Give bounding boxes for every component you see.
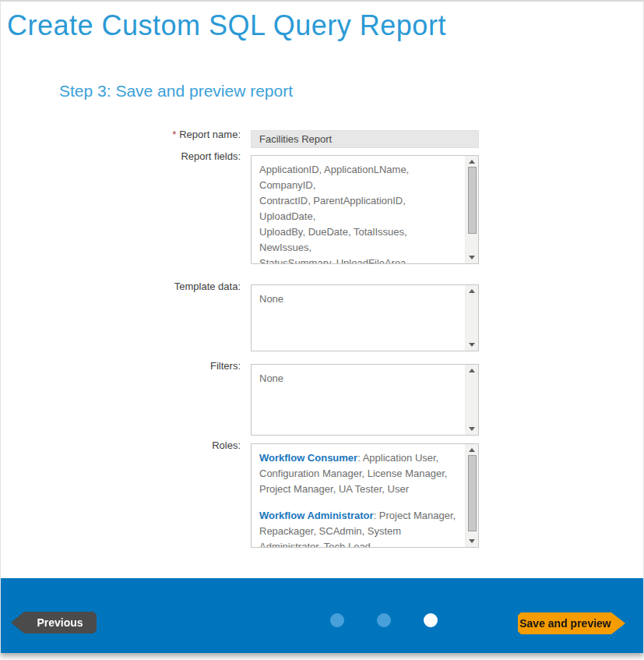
scroll-down-icon[interactable] — [469, 256, 475, 259]
scroll-down-icon[interactable] — [469, 539, 475, 543]
scrollbar-thumb[interactable] — [468, 455, 477, 531]
filters-scrollbar[interactable] — [465, 365, 478, 435]
filters-label: Filters: — [1, 360, 241, 372]
previous-button[interactable]: Previous — [11, 612, 97, 634]
wizard-footer: Previous Save and preview — [1, 578, 643, 653]
report-fields-line: ApplicationID, ApplicationLName, Company… — [259, 162, 459, 193]
report-name-label: *Report name: — [1, 129, 241, 140]
report-name-label-text: Report name: — [179, 129, 241, 140]
wizard-card: Create Custom SQL Query Report Step 3: S… — [0, 0, 644, 653]
scrollbar-thumb[interactable] — [468, 167, 477, 234]
roles-box: Workflow Consumer: Application User, Con… — [251, 443, 479, 548]
create-custom-sql-query-report-page: Create Custom SQL Query Report Step 3: S… — [0, 0, 644, 660]
template-data-box: None — [251, 284, 479, 351]
save-and-preview-button[interactable]: Save and preview — [518, 612, 625, 634]
report-fields-text: ApplicationID, ApplicationLName, Company… — [252, 156, 465, 263]
roles-group-workflow-administrator: Workflow Administrator: Project Manager,… — [259, 508, 459, 547]
filters-box: None — [251, 364, 479, 436]
scroll-down-icon[interactable] — [469, 427, 475, 431]
scroll-up-icon[interactable] — [469, 160, 475, 164]
roles-label: Roles: — [1, 439, 241, 451]
roles-text: Workflow Consumer: Application User, Con… — [252, 444, 465, 547]
scroll-up-icon[interactable] — [469, 289, 475, 293]
scroll-up-icon[interactable] — [469, 369, 475, 372]
step-indicator-dot-2 — [377, 613, 391, 627]
step-indicator-dot-1 — [330, 613, 344, 627]
report-fields-box: ApplicationID, ApplicationLName, Company… — [251, 155, 479, 264]
template-data-text: None — [252, 285, 465, 351]
roles-group-workflow-consumer: Workflow Consumer: Application User, Con… — [259, 450, 459, 497]
required-asterisk: * — [173, 129, 177, 140]
scroll-down-icon[interactable] — [469, 343, 475, 347]
role-group-name: Workflow Consumer — [259, 452, 357, 464]
report-name-input[interactable] — [251, 130, 479, 148]
scroll-up-icon[interactable] — [469, 448, 475, 452]
report-fields-label: Report fields: — [1, 150, 241, 162]
report-fields-line: ContractID, ParentApplicationID, UploadD… — [259, 193, 459, 224]
template-data-label: Template data: — [1, 281, 241, 292]
step-heading: Step 3: Save and preview report — [59, 82, 293, 101]
roles-scrollbar[interactable] — [465, 444, 478, 547]
report-fields-line: StatusSummary, UploadFileArea, — [259, 256, 459, 263]
page-title: Create Custom SQL Query Report — [7, 9, 446, 42]
template-data-scrollbar[interactable] — [465, 285, 478, 351]
filters-text: None — [252, 365, 465, 435]
report-fields-scrollbar[interactable] — [465, 156, 478, 263]
report-fields-line: UploadBy, DueDate, TotalIssues, NewIssue… — [259, 224, 459, 256]
role-group-name: Workflow Administrator — [259, 510, 374, 521]
step-indicator-dot-3-active — [424, 613, 438, 627]
